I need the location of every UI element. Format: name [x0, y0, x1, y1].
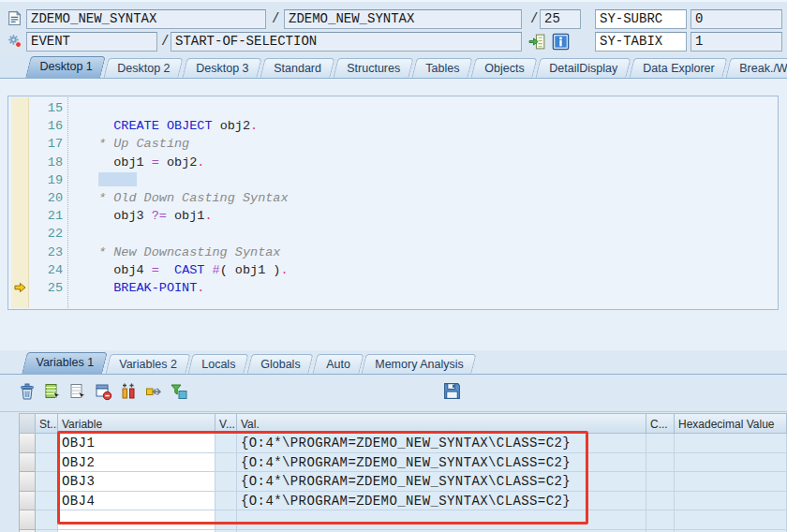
gutter-cell[interactable]: [11, 154, 28, 171]
insert-column-icon[interactable]: [118, 381, 139, 402]
line-number[interactable]: 19: [28, 171, 67, 189]
gutter-cell[interactable]: [11, 207, 28, 225]
code-line-17[interactable]: 17* Up Casting: [8, 135, 778, 153]
row-selector-cell[interactable]: [19, 510, 36, 530]
code-line-22[interactable]: 22: [8, 225, 778, 243]
row-selector-cell[interactable]: [19, 434, 36, 453]
code-line-24[interactable]: 24 obj4 = CAST #( obj1 ).: [8, 261, 778, 279]
column-header-st[interactable]: St...: [36, 413, 58, 434]
line-number[interactable]: 23: [28, 244, 67, 261]
tab-detaildisplay[interactable]: DetailDisplay: [535, 58, 631, 78]
sy-subrc-label-field[interactable]: SY-SUBRC: [595, 9, 687, 29]
variable-name-cell[interactable]: OBJ4: [58, 492, 215, 511]
code-line-16[interactable]: 16 CREATE OBJECT obj2.: [8, 117, 778, 135]
line-number[interactable]: 21: [28, 207, 67, 225]
tab-desktop-3[interactable]: Desktop 3: [182, 58, 262, 78]
code-line-25[interactable]: 25 BREAK-POINT.: [8, 279, 778, 297]
tab-desktop-2[interactable]: Desktop 2: [104, 58, 185, 78]
sy-subrc-value-field[interactable]: 0: [690, 9, 782, 29]
code-text[interactable]: * New Downcasting Syntax: [67, 244, 280, 261]
gutter-cell[interactable]: [11, 225, 28, 243]
tab-globals[interactable]: Globals: [247, 354, 315, 374]
gutter-cell[interactable]: [11, 171, 28, 189]
tab-objects[interactable]: Objects: [470, 58, 538, 78]
line-number[interactable]: 18: [28, 154, 67, 171]
column-header-hexadecimal-value[interactable]: Hexadecimal Value: [675, 413, 787, 434]
swap-column-icon[interactable]: [143, 381, 164, 402]
tab-tables[interactable]: Tables: [411, 58, 472, 78]
column-header-v[interactable]: V...: [215, 413, 237, 434]
sy-tabix-label-field[interactable]: SY-TABIX: [595, 32, 687, 52]
line-number[interactable]: 24: [28, 261, 67, 279]
variable-value-cell[interactable]: {O:4*\PROGRAM=ZDEMO_NEW_SYNTAX\CLASS=C2}: [237, 472, 646, 492]
row-selector-cell[interactable]: [19, 492, 36, 511]
create-filter-icon[interactable]: [169, 381, 189, 402]
code-line-15[interactable]: 15: [8, 99, 778, 117]
info-icon[interactable]: [552, 33, 570, 51]
gutter-cell[interactable]: [11, 261, 28, 279]
sy-tabix-value-field[interactable]: 1: [690, 32, 782, 52]
variable-name-cell[interactable]: OBJ2: [58, 453, 215, 473]
tab-auto[interactable]: Auto: [312, 354, 364, 374]
line-number[interactable]: 25: [28, 279, 67, 297]
code-text[interactable]: CREATE OBJECT obj2.: [67, 117, 258, 135]
variable-value-cell[interactable]: {O:4*\PROGRAM=ZDEMO_NEW_SYNTAX\CLASS=C2}: [237, 434, 646, 453]
line-number-field[interactable]: 25: [540, 9, 581, 29]
save-icon[interactable]: [442, 381, 463, 402]
sort-descending-table-icon[interactable]: [67, 381, 88, 402]
column-header-val[interactable]: Val.: [237, 413, 646, 434]
variable-value-cell[interactable]: {O:4*\PROGRAM=ZDEMO_NEW_SYNTAX\CLASS=C2}: [237, 492, 646, 511]
program-field[interactable]: ZDEMO_NEW_SYNTAX: [26, 9, 266, 29]
sort-ascending-table-icon[interactable]: [42, 381, 63, 402]
gutter-cell[interactable]: [11, 135, 28, 153]
code-line-21[interactable]: 21 obj3 ?= obj1.: [8, 207, 778, 225]
code-text[interactable]: [67, 99, 98, 117]
column-header-variable[interactable]: Variable: [58, 413, 215, 434]
tab-standard[interactable]: Standard: [260, 58, 334, 78]
gutter-cell[interactable]: [11, 189, 28, 207]
code-line-19[interactable]: 19: [8, 171, 778, 189]
column-header-c[interactable]: C...: [646, 413, 675, 434]
gutter-cell[interactable]: [11, 117, 28, 135]
delete-icon[interactable]: [17, 381, 37, 402]
remove-column-icon[interactable]: [93, 381, 113, 402]
include-field[interactable]: ZDEMO_NEW_SYNTAX: [284, 9, 522, 29]
variable-value-cell[interactable]: [237, 510, 646, 530]
tab-variables-1[interactable]: Variables 1: [22, 352, 107, 374]
line-number[interactable]: 20: [28, 189, 67, 207]
code-text[interactable]: [67, 171, 137, 189]
tab-data-explorer[interactable]: Data Explorer: [629, 58, 728, 78]
row-selector-cell[interactable]: [19, 472, 36, 492]
gutter-cell[interactable]: [11, 99, 28, 117]
code-text[interactable]: * Up Casting: [67, 135, 189, 153]
variable-name-cell[interactable]: OBJ1: [58, 434, 215, 453]
code-text[interactable]: obj3 ?= obj1.: [67, 207, 213, 225]
column-header-selector[interactable]: [19, 413, 36, 434]
event-name-field[interactable]: START-OF-SELECTION: [171, 32, 522, 52]
variable-name-cell[interactable]: [58, 510, 215, 530]
code-line-23[interactable]: 23* New Downcasting Syntax: [8, 244, 778, 261]
tab-variables-2[interactable]: Variables 2: [105, 354, 190, 374]
code-line-20[interactable]: 20* Old Down Casting Syntax: [8, 189, 778, 207]
code-text[interactable]: obj4 = CAST #( obj1 ).: [67, 261, 289, 279]
code-editor[interactable]: 1516 CREATE OBJECT obj2.17* Up Casting18…: [7, 96, 779, 310]
variable-value-cell[interactable]: {O:4*\PROGRAM=ZDEMO_NEW_SYNTAX\CLASS=C2}: [237, 453, 646, 473]
tab-break-wa[interactable]: Break./Wa: [726, 58, 787, 78]
code-text[interactable]: obj1 = obj2.: [67, 154, 204, 171]
gutter-cell[interactable]: [11, 244, 28, 261]
line-number[interactable]: 16: [28, 117, 67, 135]
tab-memory-analysis[interactable]: Memory Analysis: [362, 354, 478, 374]
tab-desktop-1[interactable]: Desktop 1: [25, 56, 106, 78]
line-number[interactable]: 15: [28, 99, 67, 117]
tab-locals[interactable]: Locals: [188, 354, 249, 374]
code-text[interactable]: [67, 225, 98, 243]
goto-statement-icon[interactable]: [528, 33, 546, 51]
code-text[interactable]: BREAK-POINT.: [67, 279, 204, 297]
event-type-field[interactable]: EVENT: [26, 32, 157, 52]
tab-structures[interactable]: Structures: [333, 58, 413, 78]
code-line-18[interactable]: 18 obj1 = obj2.: [8, 154, 778, 171]
code-text[interactable]: * Old Down Casting Syntax: [67, 189, 289, 207]
line-number[interactable]: 22: [28, 225, 67, 243]
row-selector-cell[interactable]: [19, 453, 36, 473]
variable-name-cell[interactable]: OBJ3: [58, 472, 215, 492]
